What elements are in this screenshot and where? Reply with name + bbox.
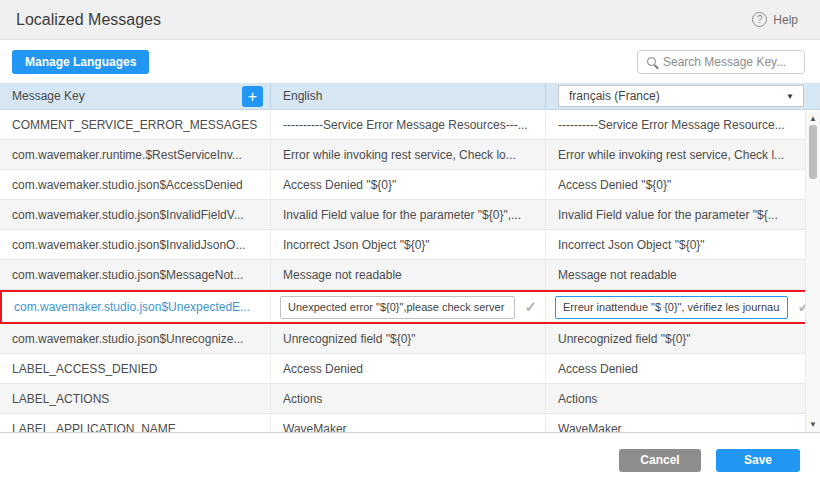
add-message-key-button[interactable]: +: [242, 86, 263, 107]
message-key-link[interactable]: com.wavemaker.studio.json$UnexpectedE...: [14, 300, 250, 314]
messages-table: Message Key + English français (France) …: [0, 83, 820, 433]
english-value-cell[interactable]: Unrecognized field "${0}": [270, 324, 545, 353]
message-key-cell[interactable]: COMMENT_SERVICE_ERROR_MESSAGES: [0, 110, 270, 139]
message-key-cell[interactable]: com.wavemaker.studio.json$InvalidJsonO..…: [0, 230, 270, 259]
message-key-cell[interactable]: LABEL_ACTIONS: [0, 384, 270, 413]
message-key-cell[interactable]: com.wavemaker.studio.json$MessageNot...: [0, 260, 270, 289]
english-value-cell[interactable]: WaveMaker: [270, 414, 545, 432]
message-key-cell: com.wavemaker.studio.json$UnexpectedE...: [2, 292, 270, 322]
table-row[interactable]: com.wavemaker.studio.json$MessageNot...M…: [0, 260, 820, 290]
french-value-cell[interactable]: Error while invoking rest service, Check…: [545, 140, 820, 169]
help-label: Help: [773, 13, 798, 27]
help-button[interactable]: ? Help: [752, 12, 798, 27]
english-value-cell[interactable]: Invalid Field value for the parameter "$…: [270, 200, 545, 229]
french-value-cell[interactable]: ----------Service Error Message Resource…: [545, 110, 820, 139]
english-value-cell[interactable]: Access Denied "${0}": [270, 170, 545, 199]
english-value-cell[interactable]: Incorrect Json Object "${0}": [270, 230, 545, 259]
english-value-cell[interactable]: ----------Service Error Message Resource…: [270, 110, 545, 139]
language-column-header: français (France) ▼: [545, 83, 820, 109]
message-key-cell[interactable]: com.wavemaker.runtime.$RestServiceInv...: [0, 140, 270, 169]
message-key-column-header: Message Key +: [0, 83, 270, 109]
search-icon: [647, 57, 656, 66]
english-value-cell[interactable]: Access Denied: [270, 354, 545, 383]
french-value-cell[interactable]: Incorrect Json Object "${0}": [545, 230, 820, 259]
english-header-label: English: [283, 89, 322, 103]
vertical-scrollbar[interactable]: ▲ ▼: [805, 111, 820, 432]
table-row[interactable]: com.wavemaker.studio.json$InvalidFieldV.…: [0, 200, 820, 230]
table-row[interactable]: LABEL_ACTIONSActionsActions: [0, 384, 820, 414]
table-row[interactable]: com.wavemaker.studio.json$Unrecognize...…: [0, 324, 820, 354]
save-button[interactable]: Save: [716, 449, 800, 472]
english-edit-cell: ✓: [270, 292, 545, 322]
message-key-header-label: Message Key: [12, 89, 85, 103]
french-value-cell[interactable]: Message not readable: [545, 260, 820, 289]
table-body: COMMENT_SERVICE_ERROR_MESSAGES----------…: [0, 110, 820, 432]
message-key-cell[interactable]: LABEL_APPLICATION_NAME: [0, 414, 270, 432]
table-row[interactable]: LABEL_ACCESS_DENIEDAccess DeniedAccess D…: [0, 354, 820, 384]
table-row[interactable]: LABEL_APPLICATION_NAMEWaveMakerWaveMaker: [0, 414, 820, 432]
page-title: Localized Messages: [16, 11, 161, 29]
table-row[interactable]: com.wavemaker.runtime.$RestServiceInv...…: [0, 140, 820, 170]
search-box[interactable]: [637, 50, 805, 74]
english-value-cell[interactable]: Error while invoking rest service, Check…: [270, 140, 545, 169]
cancel-button[interactable]: Cancel: [619, 449, 701, 472]
french-value-input[interactable]: [555, 296, 788, 319]
table-row[interactable]: com.wavemaker.studio.json$AccessDeniedAc…: [0, 170, 820, 200]
scroll-up-icon[interactable]: ▲: [806, 114, 820, 123]
footer-action-bar: Cancel Save: [0, 433, 820, 487]
title-bar: Localized Messages ? Help: [0, 0, 820, 40]
language-select[interactable]: français (France) ▼: [558, 85, 804, 107]
scrollbar-thumb[interactable]: [809, 125, 817, 179]
table-row[interactable]: COMMENT_SERVICE_ERROR_MESSAGES----------…: [0, 110, 820, 140]
manage-languages-button[interactable]: Manage Languages: [12, 50, 149, 74]
message-key-cell[interactable]: com.wavemaker.studio.json$InvalidFieldV.…: [0, 200, 270, 229]
confirm-check-icon[interactable]: ✓: [524, 298, 537, 316]
localized-messages-panel: Localized Messages ? Help Manage Languag…: [0, 0, 820, 487]
table-header-row: Message Key + English français (France) …: [0, 83, 820, 110]
french-value-cell[interactable]: Unrecognized field "${0}": [545, 324, 820, 353]
search-input[interactable]: [663, 55, 795, 69]
chevron-down-icon: ▼: [786, 92, 794, 101]
english-column-header: English: [270, 83, 545, 109]
french-value-cell[interactable]: Access Denied "${0}": [545, 170, 820, 199]
english-value-cell[interactable]: Message not readable: [270, 260, 545, 289]
message-key-cell[interactable]: com.wavemaker.studio.json$AccessDenied: [0, 170, 270, 199]
help-icon: ?: [752, 12, 767, 27]
plus-icon: +: [248, 88, 257, 105]
french-value-cell[interactable]: WaveMaker: [545, 414, 820, 432]
table-row-editing[interactable]: com.wavemaker.studio.json$UnexpectedE...…: [0, 290, 820, 324]
french-value-cell[interactable]: Invalid Field value for the parameter "$…: [545, 200, 820, 229]
english-value-input[interactable]: [280, 296, 515, 319]
french-value-cell[interactable]: Actions: [545, 384, 820, 413]
french-edit-cell: ✓: [545, 292, 818, 322]
scroll-down-icon[interactable]: ▼: [806, 420, 820, 429]
message-key-cell[interactable]: com.wavemaker.studio.json$Unrecognize...: [0, 324, 270, 353]
language-select-value: français (France): [569, 89, 660, 103]
english-value-cell[interactable]: Actions: [270, 384, 545, 413]
message-key-cell[interactable]: LABEL_ACCESS_DENIED: [0, 354, 270, 383]
toolbar: Manage Languages: [0, 40, 820, 83]
french-value-cell[interactable]: Access Denied: [545, 354, 820, 383]
table-row[interactable]: com.wavemaker.studio.json$InvalidJsonO..…: [0, 230, 820, 260]
